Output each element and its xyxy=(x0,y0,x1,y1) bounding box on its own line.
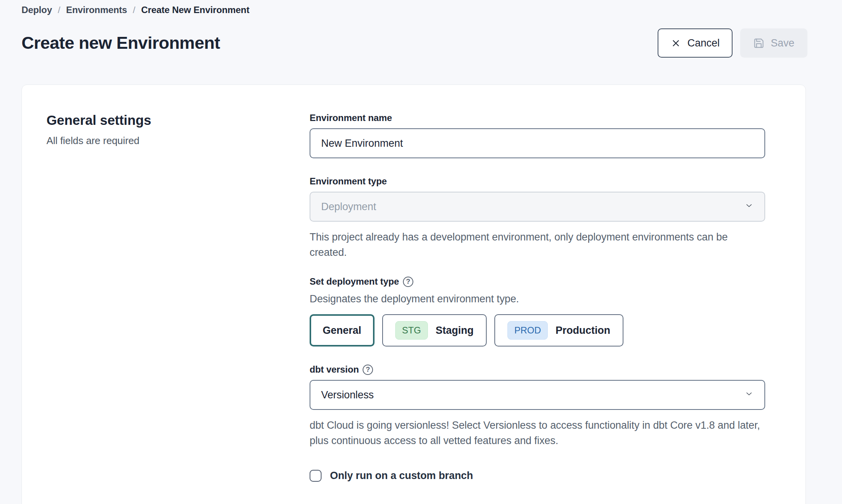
save-button[interactable]: Save xyxy=(740,28,807,58)
environment-type-group: Environment type Deployment This project… xyxy=(310,176,765,260)
help-icon[interactable]: ? xyxy=(403,277,413,287)
environment-name-group: Environment name xyxy=(310,113,765,158)
breadcrumb: Deploy / Environments / Create New Envir… xyxy=(22,5,807,15)
custom-branch-label: Only run on a custom branch xyxy=(330,470,473,482)
breadcrumb-deploy[interactable]: Deploy xyxy=(22,5,52,15)
breadcrumb-current: Create New Environment xyxy=(141,5,249,15)
deployment-type-option-production[interactable]: PROD Production xyxy=(494,314,623,346)
deployment-type-options: General STG Staging PROD Production xyxy=(310,314,765,346)
breadcrumb-environments[interactable]: Environments xyxy=(66,5,127,15)
environment-type-select: Deployment xyxy=(310,192,765,222)
create-environment-page: Deploy / Environments / Create New Envir… xyxy=(0,0,842,504)
dbt-version-value: Versionless xyxy=(321,389,374,401)
chevron-down-icon xyxy=(744,389,754,401)
help-icon[interactable]: ? xyxy=(363,365,373,375)
production-badge: PROD xyxy=(507,321,548,340)
custom-branch-row: Only run on a custom branch xyxy=(310,470,765,482)
deployment-type-description: Designates the deployment environment ty… xyxy=(310,293,765,305)
deployment-type-label: Set deployment type xyxy=(310,276,399,287)
dbt-version-label: dbt version xyxy=(310,364,359,375)
custom-branch-checkbox[interactable] xyxy=(310,470,322,482)
environment-name-input[interactable] xyxy=(310,128,765,158)
breadcrumb-separator: / xyxy=(133,5,136,15)
section-intro: General settings All fields are required xyxy=(46,113,310,482)
save-icon xyxy=(753,38,764,49)
general-settings-card: General settings All fields are required… xyxy=(22,85,806,504)
save-button-label: Save xyxy=(771,37,794,49)
dbt-version-select[interactable]: Versionless xyxy=(310,380,765,410)
dbt-version-group: dbt version ? Versionless dbt Cloud is g… xyxy=(310,364,765,448)
dbt-version-help: dbt Cloud is going versionless! Select V… xyxy=(310,418,765,448)
section-subtitle: All fields are required xyxy=(46,135,310,147)
environment-type-label: Environment type xyxy=(310,176,765,187)
environment-type-help: This project already has a development e… xyxy=(310,229,765,260)
breadcrumb-separator: / xyxy=(58,5,60,15)
deployment-type-option-staging[interactable]: STG Staging xyxy=(382,314,487,346)
cancel-button[interactable]: Cancel xyxy=(658,28,733,58)
environment-form: Environment name Environment type Deploy… xyxy=(310,113,765,482)
deployment-type-production-label: Production xyxy=(555,325,610,337)
deployment-type-group: Set deployment type ? Designates the dep… xyxy=(310,276,765,346)
deployment-type-option-general[interactable]: General xyxy=(310,314,375,346)
environment-name-label: Environment name xyxy=(310,113,765,123)
deployment-type-staging-label: Staging xyxy=(436,325,474,337)
staging-badge: STG xyxy=(395,321,428,340)
chevron-down-icon xyxy=(744,201,754,213)
deployment-type-general-label: General xyxy=(323,325,361,337)
header-actions: Cancel Save xyxy=(658,28,807,58)
environment-type-value: Deployment xyxy=(321,201,376,213)
section-title: General settings xyxy=(46,113,310,128)
cancel-button-label: Cancel xyxy=(687,37,719,49)
page-title: Create new Environment xyxy=(22,33,220,53)
close-icon xyxy=(671,38,681,48)
page-header: Create new Environment Cancel xyxy=(22,28,807,58)
